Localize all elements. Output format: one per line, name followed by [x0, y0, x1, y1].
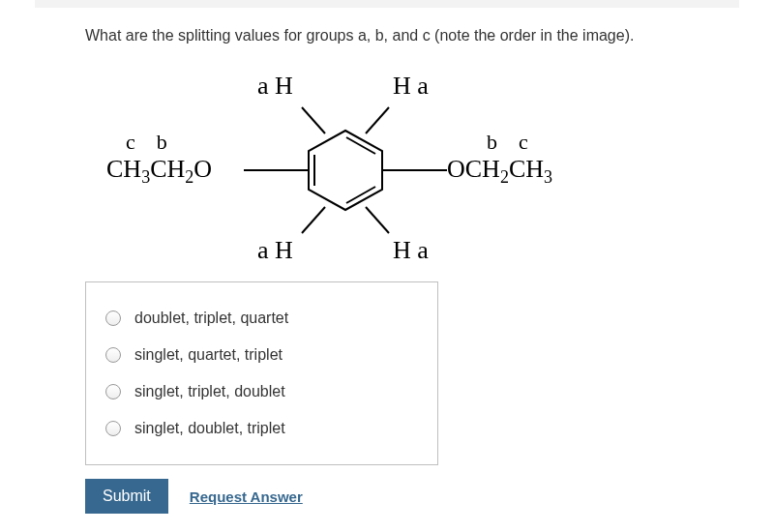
radio-icon[interactable] [105, 421, 121, 436]
option-label: doublet, triplet, quartet [134, 310, 288, 327]
option-label: singlet, doublet, triplet [134, 420, 285, 437]
svg-line-9 [366, 207, 389, 233]
label-bottom-right-Ha: H a [393, 236, 429, 265]
top-bar [35, 0, 739, 8]
options-box: doublet, triplet, quartet singlet, quart… [85, 281, 438, 465]
radio-icon[interactable] [105, 384, 121, 399]
option-row[interactable]: singlet, triplet, doublet [105, 373, 418, 410]
question-text: What are the splitting values for groups… [85, 27, 689, 44]
option-label: singlet, quartet, triplet [134, 346, 283, 364]
svg-line-4 [302, 107, 325, 133]
submit-button[interactable]: Submit [85, 479, 168, 514]
option-label: singlet, triplet, doublet [134, 383, 285, 400]
label-left-group: CH3CH2O [106, 155, 212, 188]
chemical-structure: a H H a c b b c CH3CH2O OCH2CH3 a H H a [85, 50, 569, 258]
option-row[interactable]: singlet, doublet, triplet [105, 410, 418, 447]
label-left-cb: c b [126, 130, 167, 155]
actions-row: Submit Request Answer [85, 479, 689, 514]
label-top-left-aH: a H [257, 72, 293, 101]
label-bottom-left-aH: a H [257, 236, 293, 265]
label-top-right-Ha: H a [393, 72, 429, 101]
request-answer-link[interactable]: Request Answer [190, 488, 303, 505]
radio-icon[interactable] [105, 310, 121, 326]
radio-icon[interactable] [105, 347, 121, 363]
svg-line-8 [302, 207, 325, 233]
svg-line-5 [366, 107, 389, 133]
question-content: What are the splitting values for groups… [0, 8, 774, 514]
option-row[interactable]: doublet, triplet, quartet [105, 300, 418, 337]
option-row[interactable]: singlet, quartet, triplet [105, 337, 418, 373]
label-right-bc: b c [487, 130, 528, 155]
label-right-group: OCH2CH3 [447, 155, 552, 188]
